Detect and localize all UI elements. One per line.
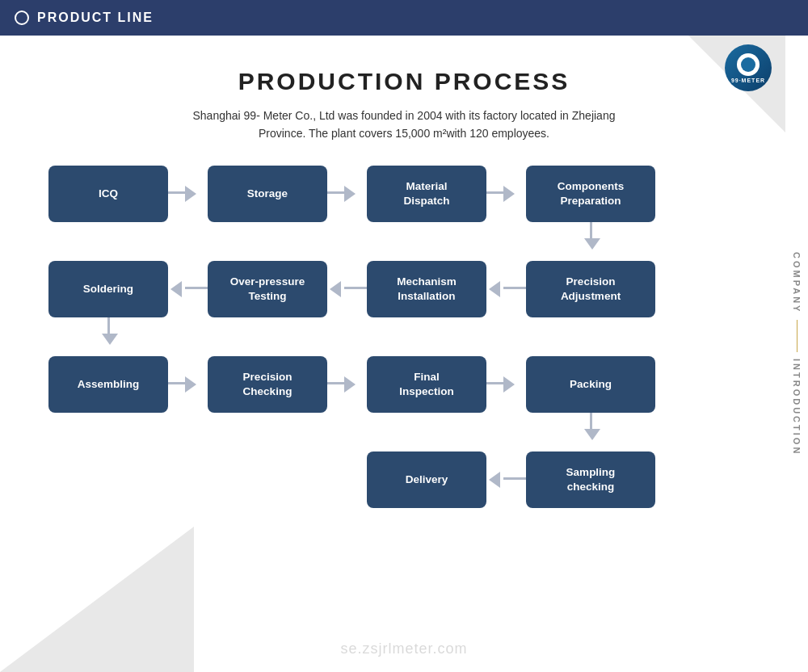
arrow-overpressure-soldering xyxy=(170,281,182,297)
description-line2: Province. The plant covers 15,000 m²with… xyxy=(259,127,549,140)
box-over-pressure-testing: Over-pressure Testing xyxy=(208,261,327,317)
header-title: PRODUCT LINE xyxy=(37,10,154,25)
box-sampling-checking: Sampling checking xyxy=(526,452,655,508)
sidebar-top-text: COMPANY xyxy=(792,252,802,313)
arrow-final-packing xyxy=(503,376,515,393)
box-packing: Packing xyxy=(526,356,655,413)
arrow-storage-dispatch xyxy=(344,186,356,202)
page-title: PRODUCTION PROCESS xyxy=(40,68,768,95)
box-components-preparation: Components Preparation xyxy=(526,166,655,222)
header-circle-icon xyxy=(15,10,29,25)
box-mechanism-installation: Mechanism Installation xyxy=(367,261,486,317)
box-assembling: Assembling xyxy=(48,356,168,413)
logo-text: 99·METER xyxy=(731,78,765,83)
arrow-line-4 xyxy=(503,287,526,289)
arrow-line-5 xyxy=(344,287,367,289)
bottom-triangle-left xyxy=(0,527,194,672)
arrow-packing-sampling xyxy=(584,429,600,440)
box-icq: ICQ xyxy=(48,166,168,222)
logo: 99·METER xyxy=(725,44,772,91)
arrow-assembling-precision xyxy=(185,376,196,393)
arrow-components-precision xyxy=(584,238,600,250)
sidebar-label: COMPANY INTRODUCTION xyxy=(785,36,808,672)
arrow-dispatch-components xyxy=(503,186,515,202)
arrow-precision-mechanism xyxy=(489,281,500,297)
box-material-dispatch: Material Dispatch xyxy=(367,166,486,222)
box-precision-checking: Precision Checking xyxy=(208,356,327,413)
header-bar: PRODUCT LINE xyxy=(0,0,808,36)
box-delivery: Delivery xyxy=(367,452,486,508)
box-storage: Storage xyxy=(208,166,327,222)
box-final-inspection: Final Inspection xyxy=(367,356,486,413)
arrow-sampling-delivery xyxy=(489,472,500,488)
logo-inner-icon xyxy=(737,53,760,76)
arrow-icq-storage xyxy=(185,186,196,202)
description-line1: Shanghai 99- Meter Co., Ltd was founded … xyxy=(193,109,616,122)
arrow-line-6 xyxy=(185,287,208,289)
arrow-line-10 xyxy=(503,477,526,480)
description: Shanghai 99- Meter Co., Ltd was founded … xyxy=(40,107,768,143)
arrow-soldering-assembling xyxy=(102,334,118,345)
arrow-precision-final xyxy=(344,376,356,393)
box-precision-adjustment: Precision Adjustment xyxy=(526,261,655,317)
watermark: se.zsjrlmeter.com xyxy=(340,640,467,657)
sidebar-bottom-text: INTRODUCTION xyxy=(792,359,802,456)
box-soldering: Soldering xyxy=(48,261,168,317)
arrow-mechanism-overpressure xyxy=(330,281,341,297)
sidebar-line xyxy=(797,320,797,352)
